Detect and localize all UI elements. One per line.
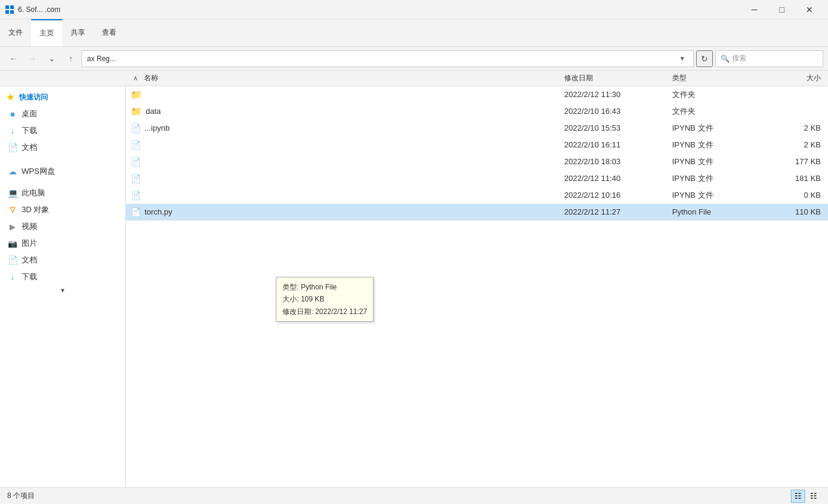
col-date-header[interactable]: 修改日期 [564, 73, 672, 83]
sidebar: ★ 快速访问 ■ 桌面 ↓ 下载 📄 文档 ☁ WPS网盘 💻 此电脑 ∇ 3D… [0, 86, 126, 487]
forward-button[interactable]: → [24, 50, 41, 67]
tooltip-type-line: 类型: Python File [282, 281, 367, 293]
quick-access-label: 快速访问 [19, 92, 48, 102]
recent-locations-button[interactable]: ⌄ [43, 50, 60, 67]
tooltip-type-value: Python File [301, 283, 337, 291]
large-icons-button[interactable]: ☷ [806, 490, 821, 503]
sort-icon[interactable]: ∧ [130, 74, 141, 82]
table-row[interactable]: 📄 2022/2/12 11:40 IPYNB 文件 181 KB [126, 170, 828, 187]
svg-rect-0 [5, 5, 9, 9]
col-size-header[interactable]: 大小 [768, 73, 828, 83]
file-date: 2022/2/10 15:53 [564, 123, 672, 132]
download-icon: ↓ [7, 125, 18, 136]
addressbar: ← → ⌄ ↑ ax Reg... ▼ ↻ 🔍 搜索 [0, 47, 828, 71]
table-row[interactable]: 📄 ...ipynb 2022/2/10 15:53 IPYNB 文件 2 KB [126, 120, 828, 137]
sidebar-label-3d: 3D 对象 [22, 204, 49, 215]
sidebar-label-video: 视频 [22, 221, 37, 232]
titlebar: 6. Sof... .com ─ □ ✕ [0, 0, 828, 19]
tab-file[interactable]: 文件 [0, 19, 31, 46]
file-type: IPYNB 文件 [672, 156, 768, 167]
table-row[interactable]: 📄 2022/2/12 10:16 IPYNB 文件 0 KB [126, 187, 828, 204]
sidebar-item-download2[interactable]: ↓ 下载 [0, 268, 125, 285]
tooltip-type-label: 类型: [282, 283, 299, 291]
minimize-button[interactable]: ─ [740, 0, 768, 19]
file-type: 文件夹 [672, 89, 768, 100]
star-icon: ★ [5, 92, 16, 102]
file-date: 2022/2/10 16:11 [564, 140, 672, 149]
sidebar-label-wps: WPS网盘 [22, 166, 55, 177]
picture-icon: 📷 [7, 238, 18, 249]
file-date: 2022/2/12 11:30 [564, 90, 672, 99]
file-size: 181 KB [768, 174, 828, 183]
sidebar-item-doc2[interactable]: 📄 文档 [0, 252, 125, 268]
search-box[interactable]: 🔍 搜索 [715, 50, 823, 67]
up-button[interactable]: ↑ [62, 50, 79, 67]
table-row[interactable]: 📁 data 2022/2/10 16:43 文件夹 [126, 103, 828, 120]
main-layout: ★ 快速访问 ■ 桌面 ↓ 下载 📄 文档 ☁ WPS网盘 💻 此电脑 ∇ 3D… [0, 86, 828, 487]
table-row[interactable]: 📄 2022/2/10 18:03 IPYNB 文件 177 KB [126, 153, 828, 170]
address-text: ax Reg... [87, 55, 116, 63]
sidebar-label-picture: 图片 [22, 238, 37, 249]
sidebar-scroll-down[interactable]: ▼ [0, 285, 125, 295]
tooltip-date-line: 修改日期: 2022/2/12 11:27 [282, 306, 367, 318]
tab-view[interactable]: 查看 [94, 19, 125, 46]
sidebar-label-download2: 下载 [22, 271, 37, 282]
cloud-icon: ☁ [7, 166, 18, 177]
sidebar-item-doc[interactable]: 📄 文档 [0, 139, 125, 156]
folder-icon: 📁 [131, 106, 142, 117]
file-tooltip: 类型: Python File 大小: 109 KB 修改日期: 2022/2/… [276, 277, 374, 322]
sidebar-item-picture[interactable]: 📷 图片 [0, 235, 125, 252]
sidebar-label-doc2: 文档 [22, 255, 37, 265]
ipynb-icon: 📄 [131, 191, 141, 200]
file-type: Python File [672, 207, 768, 216]
search-placeholder: 搜索 [732, 53, 746, 64]
address-box[interactable]: ax Reg... ▼ [82, 50, 694, 67]
app-icon [5, 5, 14, 14]
file-size: 2 KB [768, 123, 828, 132]
desktop-icon: ■ [7, 108, 18, 119]
sidebar-item-pc[interactable]: 💻 此电脑 [0, 185, 125, 201]
file-date: 2022/2/12 10:16 [564, 191, 672, 200]
col-type-header[interactable]: 类型 [672, 73, 768, 83]
search-icon: 🔍 [721, 55, 730, 63]
3d-icon: ∇ [7, 204, 18, 215]
table-row[interactable]: 📄 torch.py 2022/2/12 11:27 Python File 1… [126, 204, 828, 221]
tooltip-size-label: 大小: [282, 295, 299, 303]
video-icon: ▶ [7, 221, 18, 232]
sidebar-item-video[interactable]: ▶ 视频 [0, 218, 125, 235]
file-name-text: torch.py [144, 207, 172, 216]
sidebar-item-wps[interactable]: ☁ WPS网盘 [0, 163, 125, 180]
file-size: 0 KB [768, 191, 828, 200]
file-size: 177 KB [768, 157, 828, 166]
doc2-icon: 📄 [7, 255, 18, 265]
file-type: IPYNB 文件 [672, 123, 768, 134]
maximize-button[interactable]: □ [768, 0, 796, 19]
close-button[interactable]: ✕ [796, 0, 823, 19]
sidebar-item-download[interactable]: ↓ 下载 [0, 122, 125, 139]
file-type: 文件夹 [672, 106, 768, 117]
back-button[interactable]: ← [5, 50, 22, 67]
tooltip-date-label: 修改日期: [282, 307, 313, 316]
file-type: IPYNB 文件 [672, 190, 768, 201]
sidebar-item-3d[interactable]: ∇ 3D 对象 [0, 201, 125, 218]
refresh-button[interactable]: ↻ [696, 50, 713, 67]
tab-share[interactable]: 共享 [62, 19, 94, 46]
table-row[interactable]: 📁 2022/2/12 11:30 文件夹 [126, 86, 828, 103]
file-date: 2022/2/12 11:40 [564, 174, 672, 183]
details-view-button[interactable]: ☷ [791, 490, 805, 503]
file-size: 2 KB [768, 140, 828, 149]
item-count: 8 个项目 [7, 491, 35, 501]
tab-home[interactable]: 主页 [31, 19, 62, 46]
file-date: 2022/2/10 16:43 [564, 107, 672, 116]
ipynb-icon: 📄 [131, 174, 141, 183]
table-row[interactable]: 📄 2022/2/10 16:11 IPYNB 文件 2 KB [126, 137, 828, 153]
ipynb-icon: 📄 [131, 140, 141, 150]
address-dropdown-icon[interactable]: ▼ [676, 55, 688, 62]
col-name-header[interactable]: 名称 [141, 73, 564, 83]
file-size: 110 KB [768, 207, 828, 216]
doc-icon: 📄 [7, 142, 18, 153]
sidebar-item-desktop[interactable]: ■ 桌面 [0, 105, 125, 122]
titlebar-title: 6. Sof... .com [18, 5, 740, 14]
tooltip-size-line: 大小: 109 KB [282, 293, 367, 305]
ipynb-icon: 📄 [131, 123, 141, 133]
